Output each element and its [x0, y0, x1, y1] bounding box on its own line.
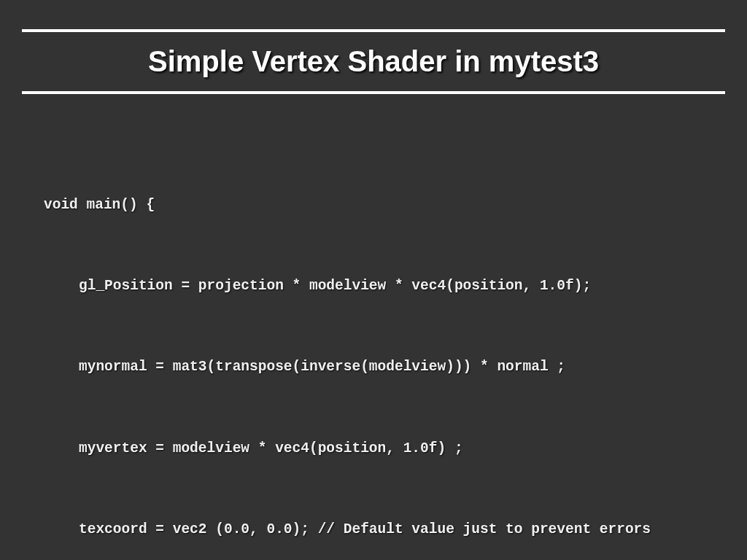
code-line: texcoord = vec2 (0.0, 0.0); // Default v…	[61, 516, 703, 543]
code-line: gl_Position = projection * modelview * v…	[44, 273, 703, 300]
code-block: void main() { gl_Position = projection *…	[44, 138, 703, 560]
code-line: void main() {	[44, 192, 703, 219]
code-line: myvertex = modelview * vec4(position, 1.…	[44, 435, 703, 462]
slide-title: Simple Vertex Shader in mytest3	[22, 45, 725, 78]
code-line: mynormal = mat3(transpose(inverse(modelv…	[44, 354, 703, 381]
title-block: Simple Vertex Shader in mytest3	[22, 29, 725, 94]
title-rule-bottom	[22, 91, 725, 94]
slide: Simple Vertex Shader in mytest3 void mai…	[0, 29, 747, 560]
title-rule-top	[22, 29, 725, 32]
